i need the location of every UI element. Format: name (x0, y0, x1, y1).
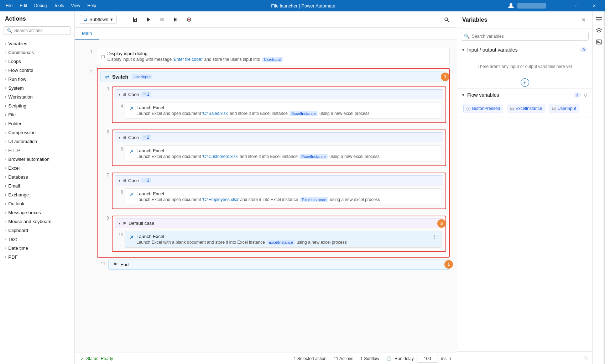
case3-container: ▾ ⊞ Case = 3 8 ↗ (112, 170, 446, 211)
switch-header[interactable]: ⇄ Switch UserInput 1 (100, 72, 446, 82)
category-database[interactable]: ›Database (0, 173, 74, 181)
flow-variables-section: ▾ Flow variables 3 ▽ (x) ButtonPressed (… (457, 89, 592, 117)
category-loops[interactable]: ›Loops (0, 57, 74, 66)
variables-panel-icon[interactable] (594, 14, 604, 24)
case3-header[interactable]: ▾ ⊞ Case = 3 (115, 175, 443, 185)
variables-header: Variables ✕ (457, 11, 592, 29)
category-file[interactable]: ›File (0, 110, 74, 119)
category-outlook[interactable]: ›Outlook (0, 199, 74, 208)
menu-file[interactable]: File (3, 2, 15, 10)
add-io-variable-button[interactable]: + (521, 78, 529, 87)
category-browser-automation[interactable]: ›Browser automation (0, 155, 74, 164)
category-mouse-keyboard[interactable]: ›Mouse and keyboard (0, 217, 74, 226)
case2-value: = 2 (141, 134, 151, 140)
category-text[interactable]: ›Text (0, 235, 74, 244)
end-card[interactable]: ⚑ End 1 (108, 259, 450, 270)
maximize-button[interactable]: □ (569, 0, 585, 11)
variables-search-box[interactable]: 🔍 (461, 32, 589, 41)
minimize-button[interactable]: − (552, 0, 568, 11)
image-icon[interactable] (594, 37, 604, 47)
category-variables[interactable]: ›Variables (0, 39, 74, 48)
io-count-badge: 0 (580, 47, 587, 52)
default-header[interactable]: ▾ ⚑ Default case 3 (115, 218, 443, 228)
run-button[interactable] (143, 14, 154, 25)
menu-debug[interactable]: Debug (31, 2, 49, 10)
case1-header[interactable]: ▾ ⊞ Case = 1 (115, 89, 443, 99)
search-icon: 🔍 (464, 33, 470, 39)
record-button[interactable] (184, 14, 194, 25)
category-run-flow[interactable]: ›Run flow (0, 75, 74, 84)
app-body: Actions 🔍 ›Variables ›Conditionals ›Loop… (0, 11, 605, 364)
stop-button[interactable] (157, 14, 167, 25)
var-panel-spacer (457, 117, 592, 351)
category-compression[interactable]: ›Compression (0, 128, 74, 137)
three-dots-menu[interactable]: ⋮ (432, 234, 437, 239)
category-excel[interactable]: ›Excel (0, 164, 74, 173)
category-http[interactable]: ›HTTP (0, 146, 74, 155)
var-x-icon: (x) (466, 107, 471, 111)
category-exchange[interactable]: ›Exchange (0, 190, 74, 199)
subflows-button[interactable]: ⇄ Subflows ▾ (80, 15, 117, 24)
case3-block: ▾ ⊞ Case = 3 8 ↗ (112, 173, 446, 209)
launch-excel-3[interactable]: ↗ Launch Excel Launch Excel and open doc… (125, 188, 442, 205)
actions-search-box[interactable]: 🔍 (4, 26, 71, 35)
menu-help[interactable]: Help (84, 2, 99, 10)
userinput-badge: UserInput (262, 57, 283, 62)
status-text: Status: Ready (86, 356, 113, 361)
launch-excel-default[interactable]: ↗ Launch Excel Launch Excel with a blank… (125, 231, 442, 248)
launch-title-1: Launch Excel (136, 105, 370, 110)
step-card-1[interactable]: □ Display input dialog Display input dia… (97, 48, 450, 65)
input-output-section: ▾ Input / output variables 0 There aren'… (457, 43, 592, 89)
svg-rect-10 (596, 19, 602, 20)
flow-vars-count-badge: 3 (574, 93, 581, 97)
category-message-boxes[interactable]: ›Message boxes (0, 208, 74, 217)
variables-close-button[interactable]: ✕ (580, 16, 587, 24)
category-clipboard[interactable]: ›Clipboard (0, 226, 74, 235)
category-flow-control[interactable]: ›Flow control (0, 66, 74, 75)
actions-count-label: 11 Actions (334, 356, 353, 361)
close-button[interactable]: ✕ (586, 0, 602, 11)
orange-badge-3: 3 (437, 219, 446, 228)
var-chip-userinput[interactable]: (x) UserInput (549, 105, 579, 112)
category-folder[interactable]: ›Folder (0, 119, 74, 128)
launch-icon: ↗ (129, 106, 134, 111)
category-scripting[interactable]: ›Scripting (0, 101, 74, 110)
launch-excel-2[interactable]: ↗ Launch Excel Launch Excel and open doc… (125, 145, 442, 162)
launch-excel-1[interactable]: ↗ Launch Excel Launch Excel and open doc… (125, 102, 442, 119)
sidebar-resize-handle[interactable] (604, 11, 605, 364)
switch-title: Switch (112, 74, 128, 80)
tab-main[interactable]: Main (75, 28, 99, 39)
flow-vars-section-header[interactable]: ▾ Flow variables 3 ▽ (457, 89, 592, 101)
var-chip-buttonpressed[interactable]: (x) ButtonPressed (463, 105, 503, 112)
launch-icon-4: ↗ (129, 234, 134, 240)
var-x-icon-2: (x) (510, 107, 514, 111)
delay-input[interactable] (417, 355, 438, 363)
input-output-section-header[interactable]: ▾ Input / output variables 0 (457, 43, 592, 56)
menu-view[interactable]: View (68, 2, 83, 10)
case1-title: Case (128, 92, 139, 97)
save-button[interactable] (130, 14, 140, 25)
category-pdf[interactable]: ›PDF (0, 253, 74, 262)
category-conditionals[interactable]: ›Conditionals (0, 48, 74, 57)
category-datetime[interactable]: ›Date time (0, 244, 74, 253)
category-workstation[interactable]: ›Workstation (0, 93, 74, 101)
step8-row: 8 ↗ Launch Excel Launch Excel and open d… (115, 187, 443, 206)
search-variables-input[interactable] (472, 34, 585, 39)
title-bar: File Edit Debug Tools View Help File lau… (0, 0, 605, 11)
layers-icon[interactable] (594, 26, 604, 36)
menu-edit[interactable]: Edit (17, 2, 30, 10)
next-step-button[interactable] (170, 14, 181, 25)
menu-tools[interactable]: Tools (51, 2, 67, 10)
launch-info-3: Launch Excel Launch Excel and open docum… (136, 191, 380, 202)
search-actions-input[interactable] (14, 28, 68, 33)
case2-header[interactable]: ▾ ⊞ Case = 2 (115, 132, 443, 142)
filter-icon[interactable]: ▽ (584, 93, 587, 98)
category-system[interactable]: ›System (0, 84, 74, 93)
end-flag-icon: ⚑ (113, 262, 118, 267)
category-email[interactable]: ›Email (0, 181, 74, 190)
var-chip-excelinstance[interactable]: (x) ExcelInstance (507, 105, 545, 112)
category-ui-automation[interactable]: ›UI automation (0, 137, 74, 146)
case-icon: ⊞ (122, 92, 126, 97)
switch-var-badge: UserInput (132, 74, 152, 79)
search-button[interactable] (441, 14, 452, 25)
